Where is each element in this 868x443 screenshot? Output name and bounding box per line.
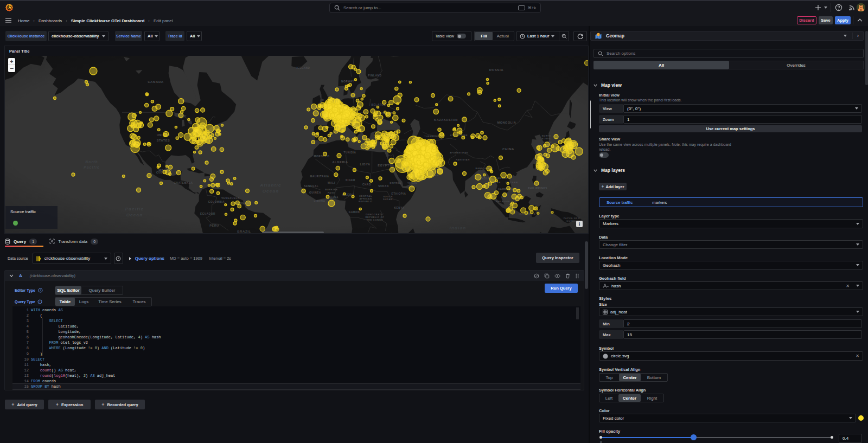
- svg-text:NORTH: NORTH: [542, 135, 551, 137]
- svg-text:FINLAND: FINLAND: [368, 74, 382, 77]
- svg-text:TUNISIA: TUNISIA: [344, 151, 356, 154]
- svg-text:THE CONGO: THE CONGO: [367, 219, 384, 221]
- svg-text:GABON: GABON: [349, 211, 360, 214]
- svg-text:KENYA: KENYA: [394, 207, 405, 209]
- svg-text:Ocean: Ocean: [126, 213, 143, 217]
- svg-text:Indian: Indian: [449, 226, 466, 230]
- svg-text:BURKINA: BURKINA: [325, 188, 338, 191]
- svg-text:NORWAY: NORWAY: [341, 80, 354, 83]
- svg-text:PAKISTAN: PAKISTAN: [456, 158, 470, 161]
- svg-text:KAZAKHSTAN: KAZAKHSTAN: [434, 118, 458, 121]
- svg-text:NIGER: NIGER: [346, 179, 355, 182]
- svg-text:MALAYSIA: MALAYSIA: [496, 200, 510, 203]
- svg-text:CAMBODIA: CAMBODIA: [498, 188, 513, 190]
- svg-text:North: North: [85, 160, 98, 164]
- svg-text:i: i: [40, 288, 41, 292]
- svg-text:LIBYA: LIBYA: [360, 163, 371, 166]
- svg-text:GUINEA: GUINEA: [309, 191, 321, 194]
- svg-text:SENEGAL: SENEGAL: [304, 185, 319, 188]
- svg-text:RUSSIA: RUSSIA: [489, 68, 503, 72]
- svg-text:CANADA: CANADA: [148, 80, 164, 84]
- svg-text:BRAZIL: BRAZIL: [237, 230, 251, 233]
- svg-text:AFGHANISTAN: AFGHANISTAN: [450, 152, 468, 154]
- svg-text:MALI: MALI: [328, 182, 335, 184]
- svg-text:ALGERIA: ALGERIA: [333, 160, 348, 164]
- svg-text:SUDAN: SUDAN: [383, 198, 393, 201]
- svg-text:ICELAND: ICELAND: [296, 67, 310, 69]
- svg-text:STATES: STATES: [157, 139, 170, 142]
- svg-text:VENEZUELA: VENEZUELA: [221, 197, 240, 200]
- svg-text:YEMEN: YEMEN: [407, 182, 417, 184]
- svg-text:SUDAN: SUDAN: [378, 185, 389, 188]
- svg-text:Ocean: Ocean: [450, 232, 467, 233]
- svg-text:Ocean: Ocean: [263, 189, 279, 194]
- svg-text:LIBERIA: LIBERIA: [314, 200, 326, 202]
- svg-text:REPUBLIC: REPUBLIC: [359, 200, 373, 203]
- svg-text:PHILIPPINES: PHILIPPINES: [528, 187, 547, 190]
- svg-text:COLOMBIA: COLOMBIA: [208, 201, 225, 203]
- svg-text:i: i: [40, 300, 40, 303]
- svg-text:Pacific: Pacific: [125, 207, 144, 211]
- svg-text:EGYPT: EGYPT: [378, 164, 390, 167]
- svg-text:KOREA: KOREA: [542, 138, 551, 140]
- svg-text:INDIA: INDIA: [480, 177, 490, 180]
- svg-text:MAURITANIA: MAURITANIA: [310, 175, 329, 178]
- svg-text:PERU: PERU: [209, 224, 219, 227]
- svg-text:CHAD: CHAD: [362, 183, 371, 186]
- svg-text:Atlantic: Atlantic: [259, 183, 281, 188]
- svg-text:GUINEA: GUINEA: [566, 220, 577, 222]
- svg-text:ETHIOPIA: ETHIOPIA: [392, 192, 406, 195]
- svg-text:MOROCCO: MOROCCO: [314, 155, 329, 158]
- svg-text:GUATEMALA: GUATEMALA: [174, 182, 193, 184]
- svg-text:ECUADOR: ECUADOR: [200, 213, 215, 215]
- svg-text:FASO: FASO: [328, 191, 335, 194]
- svg-text:ERITREA: ERITREA: [390, 182, 401, 184]
- svg-text:CHINA: CHINA: [502, 147, 514, 151]
- svg-text:Pacific: Pacific: [84, 165, 100, 169]
- svg-text:MONGOLIA: MONGOLIA: [497, 121, 516, 124]
